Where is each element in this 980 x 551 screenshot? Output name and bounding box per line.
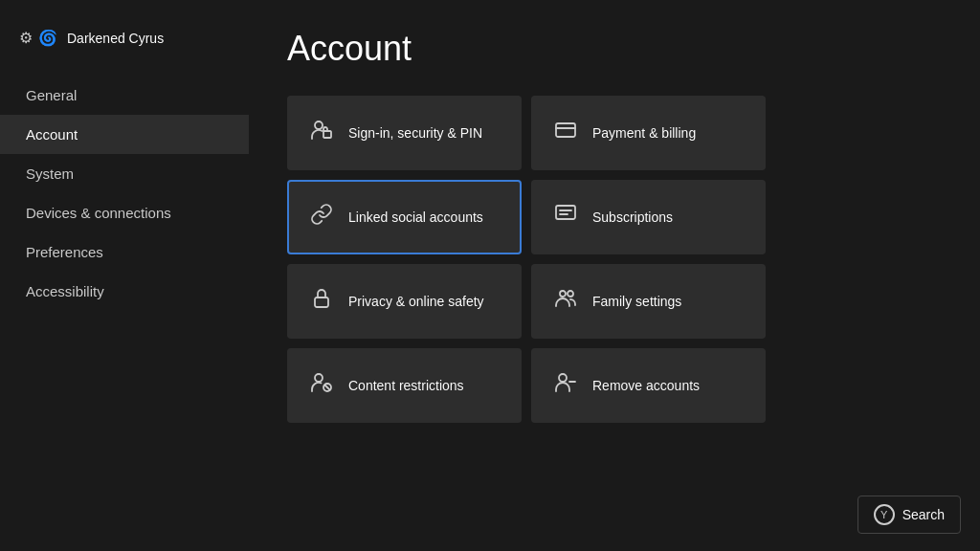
page-title: Account xyxy=(287,29,942,69)
main-content: Account Sign-in, security & PIN xyxy=(249,0,980,551)
sidebar-item-general[interactable]: General xyxy=(0,76,249,115)
search-button[interactable]: Y Search xyxy=(858,496,961,534)
tile-family-label: Family settings xyxy=(592,293,681,310)
sidebar-profile: ⚙ 🌀 Darkened Cyrus xyxy=(0,19,249,66)
svg-point-9 xyxy=(568,291,573,297)
tile-content-label: Content restrictions xyxy=(348,377,464,394)
tile-family[interactable]: Family settings xyxy=(531,264,766,339)
credit-card-icon xyxy=(552,119,579,147)
tile-remove-label: Remove accounts xyxy=(592,377,700,394)
tile-remove[interactable]: Remove accounts xyxy=(531,348,766,423)
sidebar-item-preferences[interactable]: Preferences xyxy=(0,232,249,272)
sidebar: ⚙ 🌀 Darkened Cyrus General Account Syste… xyxy=(0,0,249,551)
lock-icon xyxy=(308,287,335,316)
svg-rect-2 xyxy=(556,123,575,137)
svg-rect-1 xyxy=(323,131,331,138)
svg-line-12 xyxy=(325,386,330,390)
sidebar-item-account[interactable]: Account xyxy=(0,115,249,154)
tile-payment-label: Payment & billing xyxy=(592,124,696,142)
tile-privacy-label: Privacy & online safety xyxy=(348,293,484,310)
tile-payment[interactable]: Payment & billing xyxy=(531,96,766,170)
svg-point-13 xyxy=(559,374,567,382)
tile-linked[interactable]: Linked social accounts xyxy=(287,180,522,254)
profile-icons: ⚙ 🌀 xyxy=(19,29,57,47)
search-label: Search xyxy=(902,507,945,522)
svg-point-8 xyxy=(560,291,566,297)
tile-signin-label: Sign-in, security & PIN xyxy=(348,124,482,142)
link-people-icon xyxy=(308,203,335,231)
browser-icon: 🌀 xyxy=(38,29,57,47)
sidebar-item-devices[interactable]: Devices & connections xyxy=(0,193,249,232)
person-lock-icon xyxy=(308,119,335,147)
person-minus-icon xyxy=(552,371,579,400)
tile-subscriptions[interactable]: Subscriptions xyxy=(531,180,766,254)
svg-point-0 xyxy=(315,121,323,129)
tile-signin[interactable]: Sign-in, security & PIN xyxy=(287,96,522,170)
svg-point-10 xyxy=(315,374,323,382)
sidebar-nav: General Account System Devices & connect… xyxy=(0,76,249,311)
y-button-icon: Y xyxy=(874,504,895,525)
tile-subscriptions-label: Subscriptions xyxy=(592,209,673,226)
people-group-icon xyxy=(552,287,579,316)
sidebar-item-accessibility[interactable]: Accessibility xyxy=(0,272,249,311)
tile-privacy[interactable]: Privacy & online safety xyxy=(287,264,522,339)
gear-icon: ⚙ xyxy=(19,29,33,47)
tiles-grid: Sign-in, security & PIN Payment & billin… xyxy=(287,96,766,423)
tile-content[interactable]: Content restrictions xyxy=(287,348,522,423)
person-restrict-icon xyxy=(308,371,335,400)
sidebar-item-system[interactable]: System xyxy=(0,154,249,193)
svg-rect-4 xyxy=(556,206,575,219)
profile-name: Darkened Cyrus xyxy=(67,31,164,46)
svg-rect-7 xyxy=(315,298,328,307)
tile-linked-label: Linked social accounts xyxy=(348,209,483,226)
monitor-lines-icon xyxy=(552,203,579,231)
